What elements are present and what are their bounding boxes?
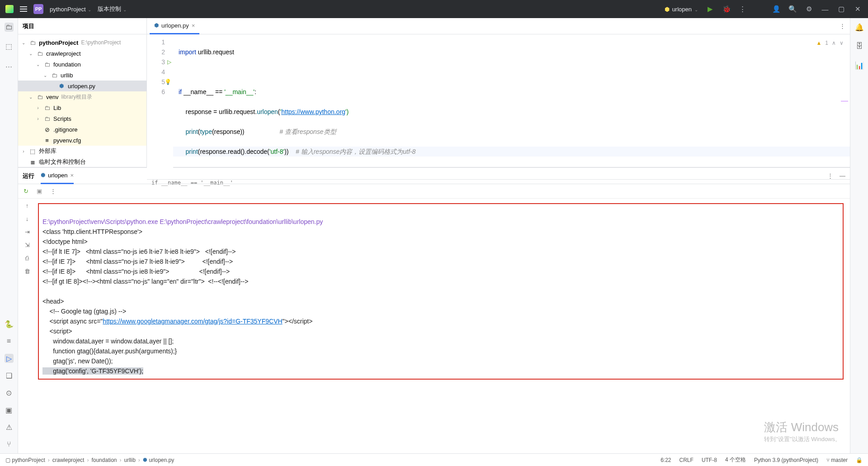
- cursor-position[interactable]: 6:22: [660, 457, 671, 463]
- window-minimize-button[interactable]: —: [821, 5, 829, 13]
- breadcrumb-item[interactable]: urlopen.py: [149, 457, 174, 463]
- tree-folder-lib[interactable]: ›🗀Lib: [18, 102, 146, 113]
- print-icon[interactable]: ⎙: [25, 255, 29, 262]
- scroll-up-icon[interactable]: ↑: [26, 202, 29, 209]
- soft-wrap-icon[interactable]: ⇥: [25, 228, 30, 235]
- indent-setting[interactable]: 4 个空格: [725, 456, 746, 464]
- editor-tab-row: ⬢urlopen.py× ⋮: [147, 18, 850, 34]
- tree-folder-crawleproject[interactable]: ⌄🗀crawleproject: [18, 48, 146, 59]
- tree-folder-foundation[interactable]: ⌄🗀foundation: [18, 59, 146, 70]
- run-panel: 运行 ⬢urlopen× ⋮— ↻ ▣ ⋮ ↑ ↓ ⇥ ⇲ ⎙ 🗑 E:\pyt…: [18, 167, 850, 453]
- lock-icon[interactable]: 🔒: [856, 457, 863, 463]
- python-packages-button[interactable]: 🐍: [5, 319, 14, 328]
- scroll-to-end-icon[interactable]: ⇲: [25, 242, 30, 248]
- more-run-button[interactable]: ⋮: [739, 5, 747, 13]
- project-tool-button[interactable]: 🗀: [5, 23, 14, 32]
- right-tool-rail: 🔔 🗄 📊: [850, 18, 868, 453]
- breadcrumb-item[interactable]: foundation: [91, 457, 117, 463]
- database-icon[interactable]: 🗄: [855, 42, 864, 51]
- tree-external-libs[interactable]: ›⬚外部库: [18, 146, 146, 157]
- run-console[interactable]: E:\pythonProject\venv\Scripts\python.exe…: [36, 199, 850, 453]
- run-tool-button[interactable]: ▷: [5, 354, 14, 363]
- rerun-button[interactable]: ↻: [24, 188, 28, 195]
- console-more-icon[interactable]: ⋮: [50, 188, 56, 195]
- editor-tab-urlopen[interactable]: ⬢urlopen.py×: [150, 18, 199, 34]
- code-editor[interactable]: ▲1∧∨ — 123456 import urllib.request if _…: [147, 34, 850, 179]
- python-console-button[interactable]: ≡: [5, 337, 14, 346]
- fold-mark-icon[interactable]: —: [841, 96, 848, 106]
- run-button[interactable]: ▶: [706, 5, 714, 13]
- project-badge-icon: PP: [33, 4, 43, 14]
- vcs-dropdown[interactable]: 版本控制: [98, 5, 127, 13]
- scroll-down-icon[interactable]: ↓: [26, 215, 29, 222]
- problems-button[interactable]: ⚠: [5, 423, 14, 432]
- status-project-icon[interactable]: ▢: [5, 457, 10, 463]
- run-label: 运行: [23, 172, 34, 180]
- tree-file-pyvenv[interactable]: ≡pyvenv.cfg: [18, 135, 146, 146]
- status-bar: ▢ pythonProject› crawleproject› foundati…: [0, 453, 868, 466]
- ide-logo-icon: [5, 5, 14, 13]
- tree-folder-scripts[interactable]: ›🗀Scripts: [18, 113, 146, 124]
- run-tab-urlopen[interactable]: ⬢urlopen×: [41, 168, 74, 184]
- main-menu-button[interactable]: [20, 6, 27, 12]
- breadcrumb-item[interactable]: pythonProject: [12, 457, 45, 463]
- editor-more-icon[interactable]: ⋮: [840, 23, 845, 29]
- git-branch[interactable]: master: [831, 457, 848, 463]
- prev-problem-icon[interactable]: ∧: [832, 38, 836, 48]
- sciview-icon[interactable]: 📊: [855, 61, 864, 70]
- stop-button[interactable]: ▣: [37, 188, 42, 195]
- todo-button[interactable]: ⊙: [5, 388, 14, 397]
- left-tool-rail: 🗀 ⬚ … 🐍 ≡ ▷ ❑ ⊙ ▣ ⚠ ⑂: [0, 18, 18, 453]
- window-close-button[interactable]: ✕: [854, 5, 862, 13]
- project-panel-header[interactable]: 项目: [18, 18, 146, 34]
- interpreter[interactable]: Python 3.9 (pythonProject): [754, 457, 818, 463]
- run-config-dropdown[interactable]: ⬢urlopen: [665, 6, 698, 13]
- tree-file-gitignore[interactable]: ⊘.gitignore: [18, 124, 146, 135]
- titlebar: PP pythonProject 版本控制 ⬢urlopen ▶ 🐞 ⋮ 👤 🔍…: [0, 0, 868, 18]
- terminal-button[interactable]: ▣: [5, 405, 14, 414]
- editor-gutter[interactable]: 123456: [147, 34, 173, 179]
- tree-folder-urllib[interactable]: ⌄🗀urllib: [18, 70, 146, 81]
- project-panel: 项目 ⌄🗀pythonProjectE:\pythonProject ⌄🗀cra…: [18, 18, 147, 167]
- window-maximize-button[interactable]: ▢: [837, 5, 845, 13]
- close-tab-icon[interactable]: ×: [192, 22, 195, 29]
- structure-tool-button[interactable]: ⬚: [5, 42, 14, 51]
- vcs-tool-button[interactable]: ⑂: [5, 440, 14, 449]
- tree-scratches[interactable]: ≣临时文件和控制台: [18, 157, 146, 167]
- services-button[interactable]: ❑: [5, 371, 14, 380]
- more-tools-button[interactable]: …: [5, 61, 14, 70]
- debug-button[interactable]: 🐞: [722, 5, 731, 13]
- editor-area: ⬢urlopen.py× ⋮ ▲1∧∨ — 123456 import urll…: [147, 18, 850, 167]
- run-gutter: ↑ ↓ ⇥ ⇲ ⎙ 🗑: [18, 199, 36, 453]
- project-dropdown[interactable]: pythonProject: [50, 6, 91, 13]
- tree-folder-venv[interactable]: ⌄🗀venvlibrary根目录: [18, 91, 146, 102]
- line-separator[interactable]: CRLF: [679, 457, 693, 463]
- breadcrumb-item[interactable]: urllib: [124, 457, 136, 463]
- next-problem-icon[interactable]: ∨: [840, 38, 844, 48]
- settings-icon[interactable]: ⚙: [805, 5, 813, 13]
- project-tree[interactable]: ⌄🗀pythonProjectE:\pythonProject ⌄🗀crawle…: [18, 34, 146, 167]
- breadcrumb-item[interactable]: crawleproject: [52, 457, 85, 463]
- tree-root[interactable]: ⌄🗀pythonProjectE:\pythonProject: [18, 37, 146, 48]
- search-everywhere-icon[interactable]: 🔍: [788, 5, 797, 13]
- clear-all-icon[interactable]: 🗑: [24, 268, 30, 275]
- code-with-me-icon[interactable]: 👤: [772, 5, 780, 13]
- file-encoding[interactable]: UTF-8: [702, 457, 717, 463]
- notifications-icon[interactable]: 🔔: [855, 23, 864, 32]
- tree-file-urlopen[interactable]: ⬢urlopen.py: [18, 81, 146, 91]
- warning-icon[interactable]: ▲: [816, 38, 821, 48]
